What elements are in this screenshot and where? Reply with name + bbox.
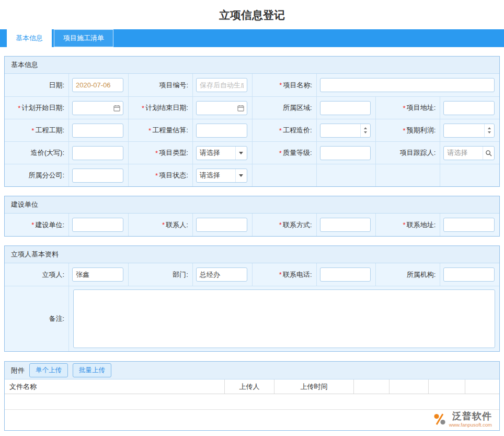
project-no-input[interactable] — [196, 78, 247, 92]
brand-website: www.fanpusoft.com — [449, 422, 492, 428]
label-applicant: 立项人: — [5, 263, 68, 286]
construction-unit-section: 建设单位 *建设单位: *联系人: *联系方式: *联系地址: — [4, 196, 500, 237]
label-project-cost: *工程造价: — [253, 119, 316, 141]
construction-unit-section-header: 建设单位 — [5, 196, 499, 214]
label-date: 日期: — [5, 74, 68, 96]
tab-bar: 基本信息 项目施工清单 — [0, 29, 504, 47]
column-empty — [465, 379, 499, 394]
basic-info-section-header: 基本信息 — [5, 57, 499, 74]
department-input[interactable] — [196, 267, 247, 282]
organization-input[interactable] — [443, 267, 495, 282]
construction-unit-section-title: 建设单位 — [11, 200, 38, 209]
column-empty — [428, 379, 465, 394]
tab-construction-list[interactable]: 项目施工清单 — [54, 29, 113, 47]
column-file-name: 文件名称 — [5, 379, 224, 394]
plan-start-date-input[interactable] — [72, 101, 123, 115]
quality-grade-input[interactable] — [320, 146, 371, 160]
label-contact-way: *联系方式: — [253, 214, 316, 236]
contact-address-input[interactable] — [443, 218, 495, 232]
quantity-estimate-input[interactable] — [196, 124, 247, 138]
date-input[interactable] — [72, 78, 123, 92]
basic-info-section: 基本信息 日期: 项目编号: *项目名称: *计划开始日期: — [4, 56, 500, 187]
label-project-type: *项目类型: — [129, 142, 192, 164]
step-up-icon[interactable] — [364, 127, 367, 129]
chevron-down-icon — [239, 174, 243, 177]
column-empty — [389, 379, 428, 394]
basic-info-section-title: 基本信息 — [11, 60, 38, 70]
column-upload-time: 上传时间 — [274, 379, 353, 394]
region-input[interactable] — [320, 101, 371, 115]
form-row: 立项人: 部门: *联系电话: 所属机构: — [5, 263, 499, 286]
label-remark: 备注: — [5, 286, 68, 351]
label-phone: *联系电话: — [253, 263, 316, 286]
calendar-icon[interactable] — [111, 102, 123, 115]
form-row: 造价(大写): *项目类型: 请选择 *质量等级: 项目跟踪人: 请选择 — [5, 141, 499, 164]
label-contact: *联系人: — [129, 214, 192, 236]
label-quantity-estimate: *工程量估算: — [129, 119, 192, 141]
remark-textarea[interactable] — [73, 289, 495, 348]
branch-input[interactable] — [72, 169, 123, 183]
column-uploader: 上传人 — [224, 379, 274, 394]
form-row: 日期: 项目编号: *项目名称: — [5, 74, 499, 96]
plan-end-date-input[interactable] — [196, 101, 247, 115]
footer: 泛普软件 www.fanpusoft.com — [5, 410, 499, 430]
label-expected-profit: *预期利润: — [376, 119, 440, 141]
form-row: *计划开始日期: *计划结束日期: — [5, 96, 499, 119]
form-row: 备注: — [5, 286, 499, 351]
label-plan-end-date: *计划结束日期: — [129, 97, 192, 119]
step-up-icon[interactable] — [488, 127, 491, 129]
project-cost-stepper[interactable] — [320, 124, 371, 138]
empty-cell — [376, 164, 440, 186]
form-row: *建设单位: *联系人: *联系方式: *联系地址: — [5, 214, 499, 236]
project-name-input[interactable] — [320, 78, 495, 92]
calendar-icon[interactable] — [235, 102, 247, 115]
brand-name: 泛普软件 — [452, 411, 492, 422]
attachment-empty-row — [5, 394, 499, 410]
empty-cell — [253, 164, 316, 186]
search-icon[interactable] — [483, 147, 494, 160]
label-contact-address: *联系地址: — [376, 214, 440, 236]
label-tracker: 项目跟踪人: — [376, 142, 440, 164]
attachment-section-title: 附件 — [11, 366, 25, 375]
cost-capital-input[interactable] — [72, 146, 123, 160]
label-construction-unit: *建设单位: — [5, 214, 68, 236]
label-duration: *工程工期: — [5, 119, 68, 141]
tracker-select[interactable]: 请选择 — [443, 146, 495, 160]
applicant-section-header: 立项人基本资料 — [5, 246, 499, 263]
contact-input[interactable] — [196, 218, 247, 232]
brand-logo-icon — [433, 412, 446, 426]
form-row: 所属分公司: *项目状态: 请选择 — [5, 164, 499, 186]
label-quality-grade: *质量等级: — [253, 142, 316, 164]
attachment-table-header: 文件名称 上传人 上传时间 — [5, 379, 499, 394]
label-status: *项目状态: — [129, 164, 192, 186]
construction-unit-input[interactable] — [72, 218, 123, 232]
page-title: 立项信息登记 — [0, 0, 504, 29]
label-project-address: *项目地址: — [376, 97, 440, 119]
applicant-section: 立项人基本资料 立项人: 部门: *联系电话: 所属机构: 备注: — [4, 245, 500, 352]
project-type-select[interactable]: 请选择 — [196, 146, 247, 160]
form-row: *工程工期: *工程量估算: *工程造价: *预期利润: — [5, 119, 499, 141]
applicant-input[interactable] — [72, 267, 123, 282]
contact-way-input[interactable] — [320, 218, 371, 232]
batch-upload-button[interactable]: 批量上传 — [73, 363, 111, 377]
expected-profit-stepper[interactable] — [443, 124, 495, 138]
attachment-section: 附件 单个上传 批量上传 文件名称 上传人 上传时间 泛普软件 www.fanp… — [4, 361, 500, 431]
column-empty — [353, 379, 389, 394]
applicant-section-title: 立项人基本资料 — [11, 250, 59, 259]
status-select[interactable]: 请选择 — [196, 169, 247, 183]
attachment-section-header: 附件 单个上传 批量上传 — [5, 362, 499, 379]
step-down-icon[interactable] — [364, 131, 367, 133]
step-down-icon[interactable] — [488, 131, 491, 133]
label-region: 所属区域: — [253, 97, 316, 119]
label-department: 部门: — [129, 263, 192, 286]
single-upload-button[interactable]: 单个上传 — [29, 363, 68, 377]
label-branch: 所属分公司: — [5, 164, 68, 186]
tab-basic-info[interactable]: 基本信息 — [7, 29, 52, 47]
label-cost-capital: 造价(大写): — [5, 142, 68, 164]
brand-logo: 泛普软件 www.fanpusoft.com — [433, 411, 492, 428]
project-address-input[interactable] — [443, 101, 495, 115]
duration-input[interactable] — [72, 124, 123, 138]
chevron-down-icon — [239, 152, 243, 154]
phone-input[interactable] — [320, 267, 371, 282]
label-project-no: 项目编号: — [129, 74, 192, 96]
